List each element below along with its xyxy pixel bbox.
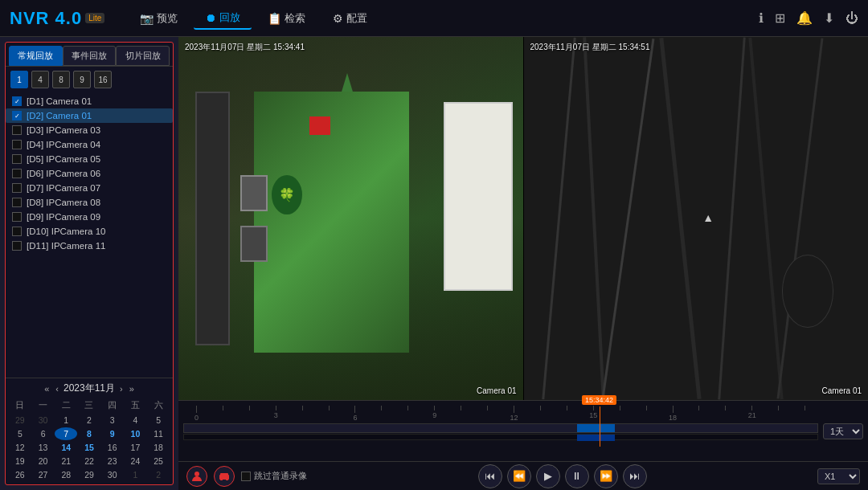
tab-normal-playback[interactable]: 常规回放	[9, 46, 63, 66]
cal-day-30: 30	[32, 414, 55, 427]
cal-day-13[interactable]: 13	[32, 441, 55, 454]
grid-btn-9[interactable]: 9	[73, 71, 91, 88]
video-cell-cam1[interactable]: 🍀 2023年11月07日 星期二 15:34:41 Camera 01	[178, 37, 523, 400]
camera-checkbox-d3[interactable]	[12, 125, 22, 135]
video-area: 🍀 2023年11月07日 星期二 15:34:41 Camera 01	[178, 37, 868, 490]
grid-btn-4[interactable]: 4	[31, 71, 49, 88]
skip-text: 跳过普通录像	[254, 470, 307, 482]
cal-day-8[interactable]: 8	[78, 427, 100, 440]
speed-select[interactable]: X1 X2 X4 X8 X1/2	[817, 468, 860, 484]
car-btn[interactable]	[214, 466, 235, 487]
cal-day-7[interactable]: 7	[55, 427, 77, 440]
cal-day-4[interactable]: 4	[125, 414, 147, 427]
cal-day-28[interactable]: 28	[55, 468, 77, 481]
cal-day-3[interactable]: 3	[101, 414, 124, 427]
camera-checkbox-d4[interactable]	[12, 140, 22, 149]
grid-btn-8[interactable]: 8	[52, 71, 70, 88]
tick-0: 0	[183, 406, 210, 422]
skip-next-btn[interactable]: ⏭	[623, 464, 647, 488]
camera-checkbox-d1[interactable]	[12, 96, 22, 106]
cal-day-21[interactable]: 21	[55, 455, 77, 468]
camera-checkbox-d7[interactable]	[12, 183, 22, 193]
cal-day-19[interactable]: 19	[9, 455, 31, 468]
timeline[interactable]: 036912151821 15:34:42	[178, 400, 868, 461]
cal-day-30[interactable]: 30	[101, 468, 124, 481]
camera-checkbox-d2[interactable]	[12, 111, 22, 120]
timeline-bar[interactable]: 15:34:42	[183, 423, 818, 433]
download-icon[interactable]: ⬇	[824, 10, 834, 26]
cal-day-26[interactable]: 26	[9, 468, 31, 481]
video-cell-cam2[interactable]: ▲ 2023年11月07日 星期二 15:34:51 Camera 01	[524, 37, 869, 400]
tick-3: 3	[263, 406, 289, 422]
skip-prev-btn[interactable]: ⏮	[478, 464, 502, 488]
cal-day-14[interactable]: 14	[55, 441, 77, 454]
nav-playback[interactable]: ⏺ 回放	[194, 7, 252, 30]
grid-btn-1[interactable]: 1	[10, 71, 28, 88]
cal-day-11[interactable]: 11	[147, 427, 170, 440]
camera-checkbox-d6[interactable]	[12, 169, 22, 178]
cal-day-5[interactable]: 5	[147, 414, 170, 427]
camera-item-d6[interactable]: [D6] IPCamera 06	[6, 166, 173, 181]
cal-day-20[interactable]: 20	[32, 455, 55, 468]
grid-icon[interactable]: ⊞	[775, 10, 785, 26]
camera-item-d5[interactable]: [D5] IPCamera 05	[6, 152, 173, 166]
camera-item-d1[interactable]: [D1] Camera 01	[6, 94, 173, 108]
tick-22	[765, 406, 792, 422]
camera-item-d7[interactable]: [D7] IPCamera 07	[6, 181, 173, 195]
person-btn[interactable]	[186, 466, 207, 487]
cal-day-1[interactable]: 1	[55, 414, 77, 427]
tab-clip-playback[interactable]: 切片回放	[116, 46, 170, 66]
camera-checkbox-d11[interactable]	[12, 241, 22, 251]
cal-day-27[interactable]: 27	[32, 468, 55, 481]
cal-next[interactable]: ›	[118, 384, 125, 394]
camera-checkbox-d10[interactable]	[12, 227, 22, 236]
cal-day-25[interactable]: 25	[147, 455, 170, 468]
tick-6: 6	[342, 406, 369, 422]
camera-item-d9[interactable]: [D9] IPCamera 09	[6, 210, 173, 224]
camera-checkbox-d8[interactable]	[12, 198, 22, 207]
camera-item-d2[interactable]: [D2] Camera 01	[6, 108, 173, 123]
camera-checkbox-d5[interactable]	[12, 154, 22, 164]
pause-btn[interactable]: ⏸	[565, 464, 589, 488]
grid-btn-16[interactable]: 16	[94, 71, 112, 88]
cal-prev-prev[interactable]: «	[43, 384, 51, 394]
play-btn[interactable]: ▶	[536, 464, 560, 488]
cal-day-15[interactable]: 15	[78, 441, 100, 454]
nav-config[interactable]: ⚙ 配置	[321, 8, 379, 29]
tab-event-playback[interactable]: 事件回放	[63, 46, 117, 66]
camera-item-d8[interactable]: [D8] IPCamera 08	[6, 195, 173, 210]
cal-day-2[interactable]: 2	[78, 414, 100, 427]
camera-item-d4[interactable]: [D4] IPCamera 04	[6, 137, 173, 152]
cal-day-9[interactable]: 9	[101, 427, 124, 440]
camera-item-d3[interactable]: [D3] IPCamera 03	[6, 123, 173, 137]
camera-checkbox-d9[interactable]	[12, 212, 22, 222]
cal-day-17[interactable]: 17	[125, 441, 147, 454]
fast-back-btn[interactable]: ⏪	[507, 464, 531, 488]
info-icon[interactable]: ℹ	[759, 10, 764, 26]
nav-search[interactable]: 📋 检索	[256, 8, 317, 29]
cal-day-29[interactable]: 29	[78, 468, 100, 481]
bell-icon[interactable]: 🔔	[796, 10, 813, 26]
cal-day-22[interactable]: 22	[78, 455, 100, 468]
cal-day-16[interactable]: 16	[101, 441, 124, 454]
duration-select[interactable]: 1天 12时 6时	[823, 423, 863, 439]
cal-day-6[interactable]: 6	[32, 427, 55, 440]
cal-day-23[interactable]: 23	[101, 455, 124, 468]
skip-checkbox[interactable]	[241, 472, 251, 481]
skip-label: 跳过普通录像	[241, 470, 307, 482]
svg-rect-2	[220, 473, 228, 476]
cal-day-24[interactable]: 24	[125, 455, 147, 468]
camera-label-d1: [D1] Camera 01	[27, 96, 92, 106]
camera-item-d10[interactable]: [D10] IPCamera 10	[6, 224, 173, 239]
tick-1	[210, 406, 236, 422]
cal-next-next[interactable]: »	[128, 384, 136, 394]
camera-item-d11[interactable]: [D11] IPCamera 11	[6, 239, 173, 253]
cal-day-10[interactable]: 10	[125, 427, 147, 440]
cal-day-5[interactable]: 5	[9, 427, 31, 440]
cal-day-18[interactable]: 18	[147, 441, 170, 454]
cal-day-12[interactable]: 12	[9, 441, 31, 454]
power-icon[interactable]: ⏻	[845, 11, 858, 26]
fast-forward-btn[interactable]: ⏩	[594, 464, 618, 488]
cal-prev[interactable]: ‹	[54, 384, 60, 394]
nav-preview[interactable]: 📷 预览	[129, 8, 189, 29]
